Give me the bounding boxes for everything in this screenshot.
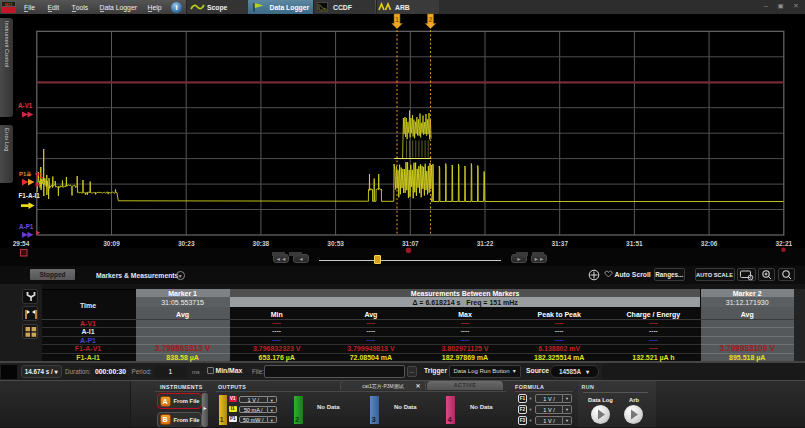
- svg-text:30:23: 30:23: [178, 240, 195, 247]
- svg-text:32:21: 32:21: [775, 240, 792, 247]
- svg-text:30:09: 30:09: [103, 240, 120, 247]
- svg-text:V1: V1: [35, 172, 43, 179]
- svg-text:30:53: 30:53: [327, 240, 344, 247]
- svg-text:1: 1: [395, 16, 399, 23]
- svg-text:31:37: 31:37: [551, 240, 568, 247]
- svg-text:31:07: 31:07: [402, 240, 419, 247]
- svg-text:P1⇊: P1⇊: [19, 171, 31, 177]
- svg-text:A-V1: A-V1: [18, 102, 33, 109]
- svg-text:Q: Q: [749, 275, 752, 280]
- svg-text:29:54: 29:54: [13, 240, 30, 247]
- svg-text:2: 2: [429, 16, 433, 23]
- svg-text:31:22: 31:22: [477, 240, 494, 247]
- svg-text:31:51: 31:51: [626, 240, 643, 247]
- svg-text:F1-A-I1: F1-A-I1: [19, 192, 41, 199]
- svg-text:30:38: 30:38: [253, 240, 270, 247]
- svg-text:A-P1: A-P1: [19, 223, 34, 230]
- svg-text:32:06: 32:06: [701, 240, 718, 247]
